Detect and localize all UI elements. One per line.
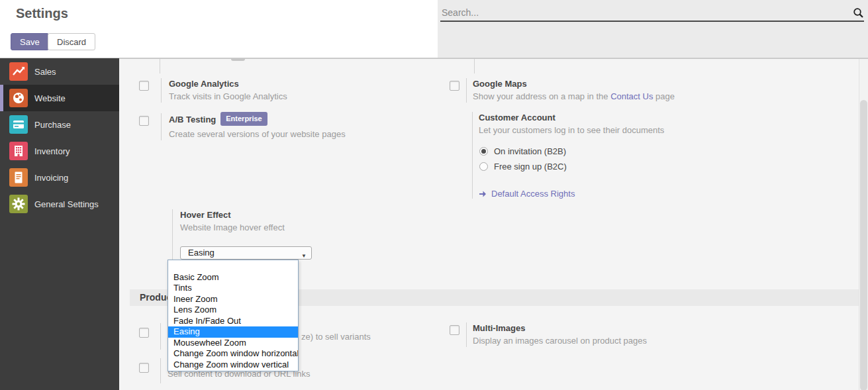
sidebar-item-invoicing[interactable]: Invoicing: [0, 164, 119, 191]
sidebar-item-sales[interactable]: Sales: [0, 58, 119, 85]
setting-title: Customer Account: [479, 112, 664, 123]
arrow-right-icon: [479, 190, 487, 198]
variants-checkbox[interactable]: [139, 328, 149, 338]
desc-text: page: [653, 91, 675, 101]
setting-desc: Display an images carousel on product pa…: [473, 335, 647, 347]
scrollbar-thumb[interactable]: [860, 100, 867, 390]
divider-fragment: [160, 59, 160, 73]
radio-button[interactable]: [479, 162, 488, 171]
sidebar-item-purchase[interactable]: Purchase: [0, 111, 119, 138]
page-title: Settings: [16, 6, 68, 21]
ab-testing-checkbox[interactable]: [139, 116, 149, 126]
setting-title: Multi-Images: [473, 322, 647, 334]
scrolled-element-fragment: [231, 59, 245, 61]
multi-images-checkbox[interactable]: [450, 325, 459, 335]
document-icon: [9, 168, 28, 187]
setting-title: A/B TestingEnterprise: [169, 113, 346, 127]
title-text: A/B Testing: [169, 115, 216, 124]
sidebar-item-label: Purchase: [34, 120, 71, 130]
setting-title: Hover Effect: [180, 209, 312, 220]
hover-effect-select[interactable]: Easing ▼: [180, 246, 312, 260]
google-maps-checkbox[interactable]: [450, 81, 459, 91]
radio-label: Free sign up (B2C): [494, 162, 567, 171]
setting-multi-images: Multi-Images Display an images carousel …: [450, 322, 647, 347]
setting-desc: Show your address on a map in the Contac…: [473, 91, 675, 103]
setting-desc: Track visits in Google Analytics: [169, 91, 287, 103]
header-bar: Settings Save Discard: [0, 0, 868, 58]
building-icon: [9, 142, 28, 160]
globe-icon: [9, 89, 28, 107]
sidebar-item-label: Website: [34, 93, 66, 103]
dropdown-option-blank[interactable]: [168, 261, 298, 272]
variants-desc-fragment: ze) to sell variants: [301, 332, 371, 342]
google-analytics-checkbox[interactable]: [139, 81, 149, 91]
radio-free-signup[interactable]: Free sign up (B2C): [479, 159, 664, 174]
scrollbar-track: [859, 59, 868, 390]
gear-icon: [9, 195, 28, 213]
sidebar-item-label: General Settings: [34, 199, 99, 209]
search-input[interactable]: [440, 5, 864, 22]
contact-us-link[interactable]: Contact Us: [610, 91, 653, 101]
radio-label: On invitation (B2B): [494, 146, 566, 156]
divider-fragment: [474, 59, 475, 73]
chevron-down-icon: ▼: [301, 250, 307, 262]
dropdown-option[interactable]: Fade In/Fade Out: [168, 316, 298, 327]
setting-title: Google Maps: [473, 78, 675, 89]
search-zone: [438, 0, 868, 58]
setting-hover-effect: Hover Effect Website Image hover effect …: [160, 209, 312, 260]
dropdown-option[interactable]: Mousewheel Zoom: [168, 338, 298, 349]
setting-desc: Create several versions of your website …: [169, 128, 346, 140]
save-button[interactable]: Save: [11, 33, 49, 50]
divider: [160, 358, 161, 383]
setting-customer-account: Customer Account Let your customers log …: [465, 112, 664, 199]
dropdown-option[interactable]: Change Zoom window vertical: [168, 360, 298, 371]
sidebar-item-label: Inventory: [34, 146, 70, 156]
sidebar-item-website[interactable]: Website: [0, 85, 119, 111]
settings-content: Google Analytics Track visits in Google …: [119, 58, 868, 390]
desc-text: Show your address on a map in the: [473, 91, 610, 101]
divider: [160, 323, 161, 350]
radio-button-selected[interactable]: [479, 147, 488, 156]
setting-title: Google Analytics: [169, 78, 287, 89]
dropdown-option[interactable]: Basic Zoom: [168, 272, 298, 283]
discard-button[interactable]: Discard: [48, 33, 95, 50]
setting-ab-testing: A/B TestingEnterprise Create several ver…: [139, 113, 346, 140]
sidebar-item-label: Invoicing: [34, 173, 68, 183]
setting-desc: Website Image hover effect: [180, 222, 312, 234]
setting-google-analytics: Google Analytics Track visits in Google …: [139, 78, 287, 103]
credit-card-icon: [9, 115, 28, 134]
setting-google-maps: Google Maps Show your address on a map i…: [450, 78, 675, 103]
settings-page: Settings Save Discard Sales Website: [0, 0, 868, 390]
setting-desc: Let your customers log in to see their d…: [479, 124, 664, 136]
sidebar-item-inventory[interactable]: Inventory: [0, 138, 119, 164]
app-sidebar: Sales Website Purchase Inventory Invoici…: [0, 58, 119, 390]
select-value: Easing: [188, 248, 215, 258]
sidebar-item-general-settings[interactable]: General Settings: [0, 191, 119, 217]
radio-on-invitation[interactable]: On invitation (B2B): [479, 144, 664, 159]
link-label: Default Access Rights: [491, 189, 575, 199]
line-chart-icon: [9, 62, 28, 81]
dropdown-option[interactable]: Ineer Zoom: [168, 294, 298, 305]
dropdown-option[interactable]: Tints: [168, 283, 298, 294]
sidebar-item-label: Sales: [34, 67, 56, 77]
dropdown-option[interactable]: Change Zoom window horizontal: [168, 348, 298, 360]
search-icon[interactable]: [853, 7, 864, 21]
hover-effect-dropdown-list: Basic Zoom Tints Ineer Zoom Lens Zoom Fa…: [168, 260, 299, 371]
default-access-rights-link[interactable]: Default Access Rights: [479, 189, 664, 199]
dropdown-option[interactable]: Lens Zoom: [168, 305, 298, 316]
digital-content-checkbox[interactable]: [139, 363, 149, 373]
dropdown-option-selected[interactable]: Easing: [168, 326, 298, 338]
enterprise-badge: Enterprise: [220, 112, 267, 126]
